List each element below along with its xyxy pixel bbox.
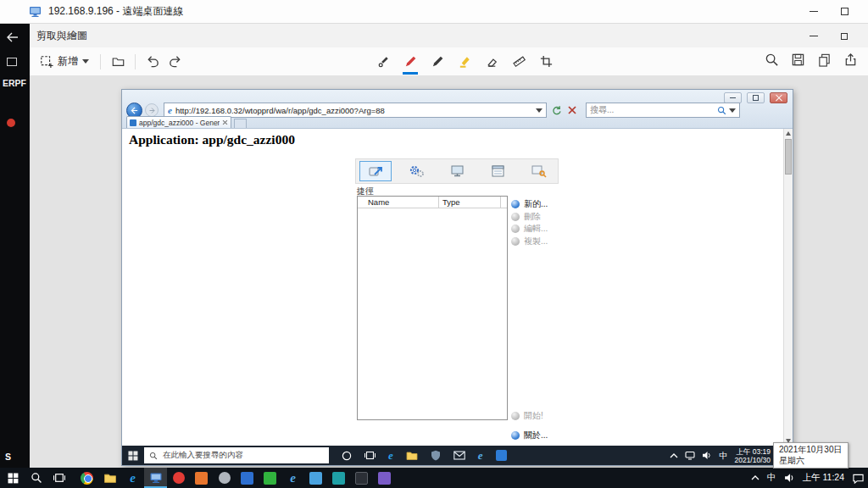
new-tab-button[interactable]: [234, 119, 247, 128]
address-dropdown-icon[interactable]: [536, 108, 542, 113]
mail-icon[interactable]: [453, 451, 465, 460]
pinned-app-icon[interactable]: [496, 450, 507, 461]
start-button[interactable]: [2, 468, 25, 488]
pinned-app-icon[interactable]: [213, 468, 236, 488]
folder-icon: [103, 473, 117, 484]
gdc-toolbar: [355, 158, 559, 184]
background-app-label: ERPF: [3, 78, 26, 88]
pinned-app-icon[interactable]: [373, 468, 396, 488]
snip-toolbar-right: [765, 47, 858, 75]
browser-search-box[interactable]: 搜尋...: [586, 103, 740, 118]
gdc-tab-shortcuts[interactable]: [359, 161, 392, 181]
about-button[interactable]: 關於...: [511, 430, 548, 441]
save-button[interactable]: [791, 53, 805, 70]
search-dropdown-icon[interactable]: [729, 108, 736, 113]
column-header-type[interactable]: Type: [442, 197, 460, 207]
pinned-app-icon[interactable]: [190, 468, 213, 488]
security-shield-icon[interactable]: [431, 450, 441, 461]
cortana-button[interactable]: [342, 451, 352, 461]
pinned-app-icon[interactable]: [259, 468, 281, 488]
open-file-button[interactable]: [107, 50, 129, 74]
close-icon: [776, 95, 782, 102]
pinned-app-icon[interactable]: [327, 468, 350, 488]
edge-icon[interactable]: e: [388, 449, 393, 463]
gdc-tab-display[interactable]: [441, 161, 473, 181]
gdc-tab-settings[interactable]: [400, 161, 432, 181]
browser-tab[interactable]: app/gdc_azzi000 - Genero ...: [126, 116, 231, 128]
column-separator: [438, 197, 439, 208]
eraser-tool[interactable]: [481, 47, 502, 75]
pinned-app-icon[interactable]: [350, 468, 373, 488]
local-clock[interactable]: 上午 11:24: [803, 472, 844, 484]
maximize-button[interactable]: [829, 0, 860, 23]
ruler-tool[interactable]: [509, 47, 529, 75]
envelope-icon: [453, 451, 465, 460]
zoom-button[interactable]: [765, 53, 779, 70]
minimize-button[interactable]: [798, 24, 829, 47]
pinned-app-icon[interactable]: [236, 468, 259, 488]
edit-shortcut-button[interactable]: 編輯...: [511, 223, 548, 235]
clock-time: 上午 03:19: [736, 447, 771, 456]
refresh-button[interactable]: [549, 103, 563, 117]
search-button[interactable]: [25, 468, 47, 488]
window-icon[interactable]: [7, 58, 17, 66]
ime-indicator[interactable]: 中: [767, 472, 776, 484]
notification-icon[interactable]: [852, 473, 865, 484]
ime-indicator[interactable]: 中: [719, 450, 727, 462]
copy-button[interactable]: [817, 53, 832, 70]
undo-button[interactable]: [142, 50, 164, 74]
new-snip-label: 新增: [58, 54, 78, 69]
red-app-icon[interactable]: [7, 119, 15, 127]
redo-button[interactable]: [164, 50, 186, 74]
edge-icon[interactable]: e: [121, 468, 144, 488]
pinned-app-icon[interactable]: [304, 468, 327, 488]
gdc-tab-advanced[interactable]: [522, 161, 554, 181]
new-shortcut-button[interactable]: 新的...: [511, 198, 548, 210]
task-view-button[interactable]: [364, 451, 376, 460]
pencil-tool[interactable]: [427, 47, 448, 75]
captured-screenshot[interactable]: e http://192.168.0.32/wtopprd/wa/r/app/g…: [121, 89, 793, 466]
speaker-icon[interactable]: [702, 451, 712, 460]
task-view-button[interactable]: [47, 468, 70, 488]
local-system-tray: 中 上午 11:24: [751, 468, 865, 488]
shortcut-list[interactable]: Name Type: [357, 196, 508, 420]
touch-writing-tool[interactable]: [373, 47, 393, 75]
minimize-button[interactable]: [798, 0, 829, 23]
scrollbar-thumb[interactable]: [785, 139, 792, 175]
hidden-icons-chevron[interactable]: [751, 475, 760, 480]
chevron-down-icon: [82, 59, 89, 64]
restore-button[interactable]: [829, 24, 860, 47]
forward-button[interactable]: [145, 103, 159, 117]
snip-canvas[interactable]: e http://192.168.0.32/wtopprd/wa/r/app/g…: [30, 76, 868, 468]
hidden-icons-chevron[interactable]: [670, 453, 678, 458]
copy-shortcut-button[interactable]: 複製...: [511, 236, 548, 247]
back-arrow-icon[interactable]: [7, 32, 19, 42]
ballpoint-pen-tool[interactable]: [400, 47, 420, 75]
new-snip-button[interactable]: 新增: [35, 50, 94, 74]
crop-tool[interactable]: [536, 47, 556, 75]
file-explorer-icon[interactable]: [406, 451, 418, 461]
delete-shortcut-button[interactable]: 刪除: [511, 211, 541, 223]
start-button[interactable]: 開始!: [511, 410, 543, 422]
internet-explorer-icon[interactable]: e: [281, 468, 304, 488]
scroll-up-arrow[interactable]: [786, 131, 791, 136]
start-button[interactable]: [128, 451, 138, 461]
tab-close-icon[interactable]: [222, 119, 228, 125]
stop-button[interactable]: [565, 103, 579, 117]
zoom-icon: [765, 53, 779, 67]
pinned-app-icon[interactable]: [167, 468, 190, 488]
gdc-tab-log[interactable]: [481, 161, 514, 181]
file-explorer-icon[interactable]: [98, 468, 121, 488]
speaker-icon[interactable]: [784, 473, 795, 483]
share-button[interactable]: [843, 53, 858, 70]
remote-desktop-icon[interactable]: [144, 468, 167, 488]
scrollbar[interactable]: [783, 129, 793, 446]
network-icon[interactable]: [685, 451, 695, 460]
captured-clock[interactable]: 上午 03:19 2021/10/30: [734, 447, 771, 464]
chrome-icon[interactable]: [75, 468, 98, 488]
column-header-name[interactable]: Name: [368, 197, 389, 207]
search-icon[interactable]: [717, 106, 726, 115]
taskbar-search-box[interactable]: 在此輸入要搜尋的內容: [144, 447, 329, 463]
internet-explorer-icon[interactable]: e: [478, 449, 483, 463]
highlighter-tool[interactable]: [454, 47, 475, 75]
